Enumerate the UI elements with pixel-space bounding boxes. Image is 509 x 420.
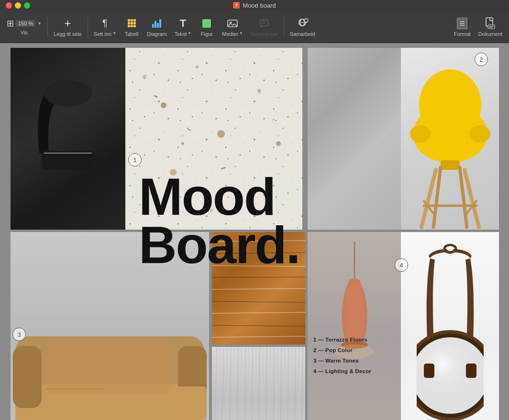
- format-button[interactable]: Format: [451, 15, 474, 39]
- svg-line-75: [288, 347, 288, 420]
- svg-rect-50: [171, 387, 207, 420]
- svg-point-20: [217, 130, 225, 138]
- media-icon: [227, 17, 238, 30]
- svg-point-33: [410, 125, 431, 143]
- svg-point-34: [469, 125, 490, 143]
- divider-1: [47, 16, 48, 37]
- window-controls[interactable]: [6, 2, 30, 9]
- shape-label: Figur: [201, 31, 213, 37]
- add-page-button[interactable]: + Legg til side: [51, 15, 85, 39]
- svg-point-21: [257, 89, 261, 93]
- svg-line-74: [280, 347, 281, 420]
- text-button[interactable]: T Tekst ▼: [172, 15, 195, 39]
- zoom-display[interactable]: 150 %: [16, 20, 35, 27]
- svg-line-81: [241, 347, 242, 420]
- svg-line-71: [259, 347, 260, 420]
- add-page-label: Legg til side: [54, 31, 82, 37]
- comment-icon: [259, 17, 269, 30]
- chart-button[interactable]: Diagram: [144, 15, 170, 39]
- svg-rect-100: [424, 364, 434, 378]
- maximize-button[interactable]: [24, 2, 30, 9]
- svg-rect-0: [228, 20, 237, 27]
- media-chevron: ▼: [239, 31, 243, 35]
- mood-board-title: Mood Board.: [139, 172, 299, 269]
- svg-line-84: [262, 347, 263, 420]
- insert-label: Sett inn: [94, 31, 111, 37]
- zoom-chevron: ▼: [37, 21, 42, 26]
- divider-3: [284, 16, 284, 37]
- svg-rect-101: [466, 364, 476, 378]
- image-concrete-wall[interactable]: [308, 48, 401, 230]
- svg-rect-51: [46, 341, 171, 394]
- window-title: 7 Mood board: [233, 2, 276, 9]
- svg-line-63: [212, 325, 305, 326]
- svg-point-22: [276, 141, 281, 146]
- collaborate-icon: +: [296, 17, 309, 30]
- image-fur[interactable]: [212, 347, 305, 420]
- page-badge-4: 4: [395, 258, 408, 272]
- table-button[interactable]: Tabell: [121, 15, 142, 39]
- svg-line-87: [284, 347, 285, 420]
- svg-line-70: [252, 347, 253, 420]
- document-label: Dokument: [478, 31, 502, 37]
- svg-line-85: [269, 347, 270, 420]
- collaborate-label: Samarbeid: [290, 31, 315, 37]
- table-icon: [128, 17, 136, 30]
- svg-line-67: [230, 347, 231, 420]
- comment-button[interactable]: Kommentar: [248, 15, 281, 39]
- svg-rect-35: [441, 160, 460, 170]
- chart-label: Diagram: [147, 31, 167, 37]
- close-button[interactable]: [6, 2, 12, 9]
- collaborate-button[interactable]: + Samarbeid: [287, 15, 318, 39]
- svg-line-68: [237, 347, 238, 420]
- svg-line-62: [212, 312, 305, 313]
- format-icon: [457, 17, 467, 30]
- svg-line-78: [219, 347, 220, 420]
- svg-line-77: [302, 347, 303, 420]
- svg-text:+: +: [306, 20, 308, 22]
- vis-button[interactable]: ⊞ 150 % ▼ Vis: [4, 16, 44, 37]
- image-mirror[interactable]: [401, 232, 499, 420]
- svg-point-29: [181, 142, 184, 145]
- svg-point-15: [44, 80, 92, 107]
- insert-button[interactable]: ¶ Sett inn ▼: [91, 15, 119, 39]
- chart-icon: [152, 17, 161, 30]
- svg-line-60: [212, 288, 305, 289]
- svg-line-76: [295, 347, 296, 420]
- page-badge-2: 2: [475, 53, 488, 66]
- svg-line-59: [212, 277, 305, 277]
- insert-chevron: ▼: [112, 31, 116, 35]
- legend-block: 1 — Terrazzo Floors 2 — Pop Color 3 — Wa…: [313, 335, 371, 376]
- svg-rect-28: [188, 129, 191, 131]
- document-icon: [485, 17, 496, 30]
- svg-line-82: [248, 347, 249, 420]
- canvas: Mood Board. 1 — Terrazzo Floors 2 — Pop …: [0, 43, 509, 420]
- minimize-button[interactable]: [15, 2, 21, 9]
- svg-rect-2: [260, 20, 268, 26]
- svg-line-80: [233, 347, 234, 420]
- vis-icon: ⊞: [7, 18, 14, 29]
- image-yellow-chair[interactable]: [401, 48, 499, 230]
- svg-line-66: [221, 347, 224, 420]
- media-label: Medier: [222, 31, 238, 37]
- svg-line-89: [298, 347, 299, 420]
- svg-point-18: [161, 102, 166, 108]
- add-icon: +: [64, 17, 71, 30]
- table-label: Tabell: [125, 31, 139, 37]
- svg-point-19: [196, 66, 199, 68]
- svg-line-72: [266, 347, 267, 420]
- shape-button[interactable]: Figur: [196, 15, 217, 39]
- svg-line-69: [244, 347, 245, 420]
- media-button[interactable]: Medier ▼: [219, 15, 246, 39]
- image-pendant-lamp[interactable]: [308, 232, 401, 420]
- svg-line-64: [212, 336, 305, 337]
- paragraph-icon: ¶: [102, 17, 108, 30]
- svg-line-86: [277, 347, 277, 420]
- svg-rect-26: [154, 95, 158, 98]
- document-button[interactable]: Dokument: [476, 15, 505, 39]
- svg-rect-45: [13, 346, 42, 408]
- page-badge-1: 1: [128, 153, 142, 166]
- vis-label: Vis: [21, 30, 28, 35]
- image-leather-chair[interactable]: [11, 48, 125, 230]
- svg-line-83: [255, 347, 256, 420]
